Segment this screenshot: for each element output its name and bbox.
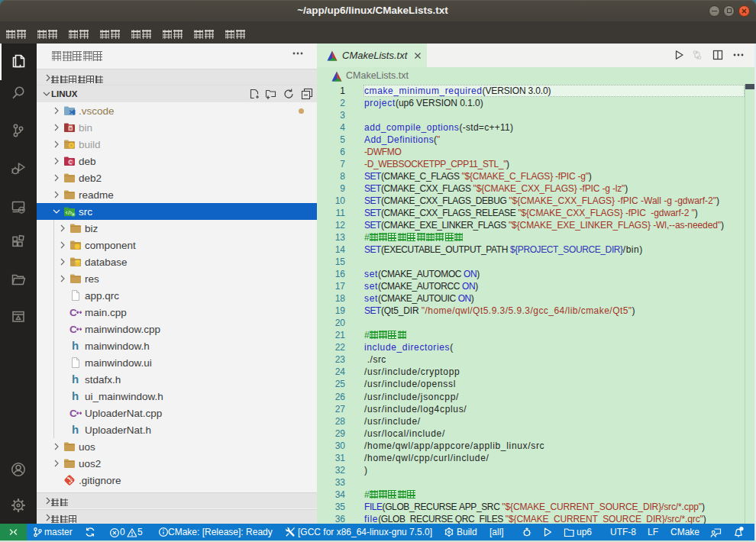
svg-text:h: h <box>72 390 79 402</box>
svg-text:C: C <box>69 307 77 318</box>
svg-text:C: C <box>69 324 77 335</box>
svg-text:C: C <box>69 408 77 419</box>
svg-text:h: h <box>72 424 79 436</box>
svg-text:h: h <box>72 340 79 352</box>
svg-text:h: h <box>72 373 79 386</box>
